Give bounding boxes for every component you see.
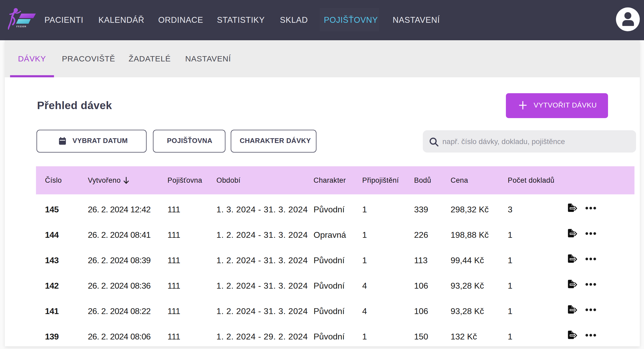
svg-text:FYZION: FYZION (16, 25, 26, 28)
